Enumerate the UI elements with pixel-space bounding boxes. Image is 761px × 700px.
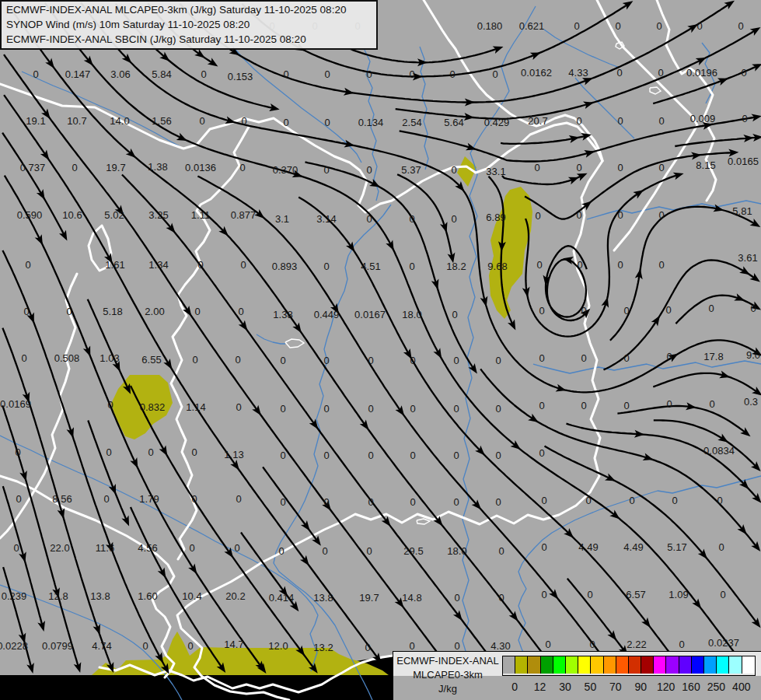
- map-value-label: 0: [323, 403, 329, 415]
- map-value-label: 17.8: [703, 351, 723, 362]
- map-value-label: 1.38: [273, 309, 292, 320]
- legend-tick-label: 50: [585, 681, 597, 693]
- map-value-label: 0.180: [477, 20, 503, 32]
- map-value-label: 0: [709, 398, 714, 410]
- legend-tick-label: 30: [559, 681, 571, 693]
- legend-color-cell: [692, 656, 704, 674]
- map-value-label: 1.14: [186, 401, 205, 413]
- map-value-label: 0: [199, 115, 204, 127]
- map-value-label: 0: [574, 20, 579, 32]
- map-value-label: 0: [492, 68, 497, 80]
- map-value-label: 0: [541, 541, 546, 553]
- map-value-label: 19.7: [359, 592, 379, 604]
- map-value-label: 0: [16, 493, 21, 505]
- legend-tick-label: 250: [707, 681, 725, 693]
- map-value-label: 13.8: [313, 592, 333, 604]
- map-value-label: 2.22: [627, 639, 646, 650]
- map-value-label: 0: [658, 115, 664, 127]
- map-value-label: 0: [617, 209, 623, 221]
- map-value-label: 0: [366, 545, 372, 557]
- legend-color-cell: [654, 656, 666, 674]
- map-value-label: 0: [283, 68, 288, 80]
- map-value-label: 0: [283, 117, 288, 128]
- map-value-label: 0: [192, 354, 197, 366]
- map-value-label: 0.621: [519, 20, 545, 32]
- legend-color-cell: [541, 656, 553, 674]
- map-value-label: 0: [623, 400, 629, 411]
- legend-tick-label: 0: [511, 681, 518, 693]
- map-value-label: 0: [15, 446, 20, 458]
- legend-color-cell: [679, 656, 692, 674]
- map-value-label: 1.03: [99, 352, 119, 364]
- map-value-label: 0: [410, 355, 415, 366]
- map-value-label: 5.81: [732, 205, 752, 217]
- map-value-label: 2.54: [402, 117, 421, 128]
- map-value-label: 1.79: [139, 493, 159, 505]
- map-value-label: 0.508: [54, 352, 80, 364]
- map-value-label: 4.33: [568, 67, 588, 79]
- map-value-label: 0.893: [272, 261, 298, 272]
- map-value-label: 19.7: [106, 162, 125, 173]
- map-value-label: 5.02: [104, 209, 124, 221]
- map-value-label: 0: [280, 355, 285, 366]
- map-value-label: 0: [25, 259, 30, 271]
- map-value-label: 0: [239, 162, 245, 173]
- map-value-label: 20.7: [528, 115, 547, 127]
- map-value-label: 14.7: [224, 639, 243, 650]
- map-value-label: 29.5: [403, 545, 423, 557]
- map-value-label: 0: [148, 446, 153, 458]
- map-value-label: 0.0799: [42, 640, 73, 652]
- map-value-label: 0.0167: [354, 309, 386, 320]
- map-value-label: 0: [280, 496, 285, 508]
- map-value-label: 0: [629, 495, 634, 506]
- legend-color-cell: [553, 656, 566, 674]
- map-value-label: 0: [742, 113, 747, 124]
- map-value-label: 0.147: [65, 68, 91, 80]
- map-value-label: 20.2: [225, 590, 245, 602]
- map-value-label: 0: [366, 68, 372, 80]
- map-value-label: 0: [539, 447, 544, 459]
- map-value-label: 0: [665, 304, 671, 316]
- title-box: ECMWF-INDEX-ANAL MLCAPE0-3km (J/kg) Satu…: [0, 0, 378, 50]
- map-value-label: 0: [679, 639, 684, 650]
- map-value-label: 0: [280, 403, 285, 415]
- legend-tick-label: 90: [634, 681, 647, 693]
- map-value-label: 0: [13, 542, 19, 554]
- map-value-label: 0: [539, 352, 544, 364]
- map-value-label: 0: [617, 162, 623, 173]
- map-value-label: 0: [495, 496, 501, 508]
- legend-tick-label: 12: [534, 681, 546, 693]
- map-value-label: 0: [366, 164, 372, 176]
- legend-text-block: ECMWF-INDEX-ANAL MLCAPE0-3km J/kg: [396, 654, 499, 696]
- legend-color-cell: [641, 656, 654, 674]
- map-value-label: 8.56: [52, 493, 72, 505]
- map-value-label: 0: [577, 259, 582, 271]
- map-value-label: 0.0196: [686, 67, 717, 79]
- legend-color-cell: [566, 656, 578, 674]
- map-value-label: 9.0: [746, 349, 760, 361]
- map-value-label: 0: [280, 450, 285, 461]
- map-value-label: 0.449: [314, 309, 340, 320]
- map-value-label: 0: [581, 400, 586, 411]
- map-value-label: 10.4: [182, 590, 201, 602]
- map-value-label: 0.009: [690, 113, 716, 124]
- map-value-label: 0.0237: [708, 637, 739, 649]
- map-value-label: 0: [581, 352, 586, 364]
- map-value-label: 0: [278, 545, 284, 557]
- map-value-label: 0: [696, 20, 702, 32]
- map-value-label: 0: [495, 450, 501, 461]
- map-svg: 0000.1800.6210000000.1473.065.8400.15300…: [0, 0, 761, 700]
- map-value-label: 0: [21, 352, 26, 364]
- map-value-label: 0: [238, 306, 243, 317]
- map-value-label: 0: [453, 450, 459, 461]
- map-value-label: 0: [323, 450, 329, 461]
- map-value-label: 0: [236, 401, 241, 413]
- map-value-label: 0: [33, 68, 38, 80]
- map-value-label: 0: [187, 640, 193, 652]
- map-value-label: 0: [323, 355, 329, 366]
- map-value-label: 1.56: [152, 115, 171, 127]
- map-value-label: 0: [409, 640, 414, 652]
- map-value-label: 0: [617, 115, 623, 127]
- map-value-label: 6.89: [486, 212, 505, 223]
- map-value-label: 0.134: [358, 117, 384, 128]
